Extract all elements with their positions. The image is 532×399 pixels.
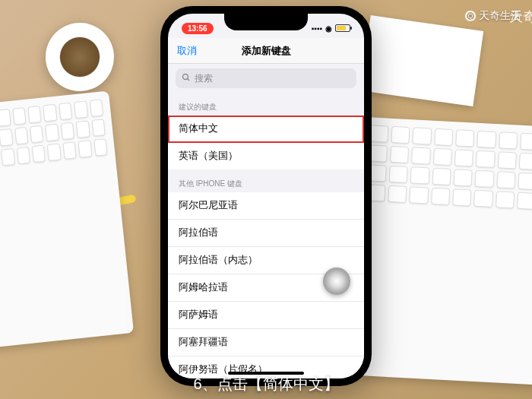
battery-icon <box>335 24 350 32</box>
search-placeholder: 搜索 <box>195 72 213 85</box>
suggested-header: 建议的键盘 <box>168 93 364 116</box>
search-wrap: 搜索 <box>168 64 364 93</box>
row-english-us[interactable]: 英语（美国） <box>168 143 364 169</box>
svg-line-1 <box>188 78 190 81</box>
status-time: 13:56 <box>182 23 214 34</box>
phone-frame: 13:56 ▪▪▪▪ ◉ 取消 添加新键盘 搜索 建议的键盘 简体中文 <box>160 6 372 386</box>
list-item[interactable]: 阿塞拜疆语 <box>168 329 364 356</box>
tutorial-caption: 6、点击【简体中文】 <box>193 374 338 394</box>
coffee-cup-decor <box>46 23 114 91</box>
nav-bar: 取消 添加新键盘 <box>168 38 364 64</box>
phone-screen: 13:56 ▪▪▪▪ ◉ 取消 添加新键盘 搜索 建议的键盘 简体中文 <box>168 14 364 378</box>
wifi-icon: ◉ <box>325 24 332 33</box>
cancel-button[interactable]: 取消 <box>177 44 197 58</box>
suggested-list: 简体中文 英语（美国） <box>168 116 364 169</box>
search-icon <box>182 73 191 84</box>
page-title: 添加新键盘 <box>242 44 291 58</box>
notch <box>224 14 308 30</box>
row-simplified-chinese[interactable]: 简体中文 <box>168 116 364 143</box>
list-item[interactable]: 阿萨姆语 <box>168 302 364 329</box>
search-input[interactable]: 搜索 <box>176 68 356 88</box>
paper-note-decor <box>360 15 483 106</box>
keyboard-list-scroll[interactable]: 建议的键盘 简体中文 英语（美国） 其他 IPHONE 键盘 阿尔巴尼亚语 阿拉… <box>168 93 364 378</box>
list-item[interactable]: 阿尔巴尼亚语 <box>168 192 364 220</box>
svg-point-0 <box>183 74 188 79</box>
signal-icon: ▪▪▪▪ <box>312 24 322 33</box>
other-header: 其他 IPHONE 键盘 <box>168 169 364 192</box>
watermark-icon: Q <box>465 11 476 21</box>
assistive-touch-button[interactable] <box>323 268 350 295</box>
keyboard-left-decor <box>0 90 134 350</box>
watermark-secondary: 天奇 <box>509 8 532 26</box>
list-item[interactable]: 阿拉伯语 <box>168 220 364 247</box>
